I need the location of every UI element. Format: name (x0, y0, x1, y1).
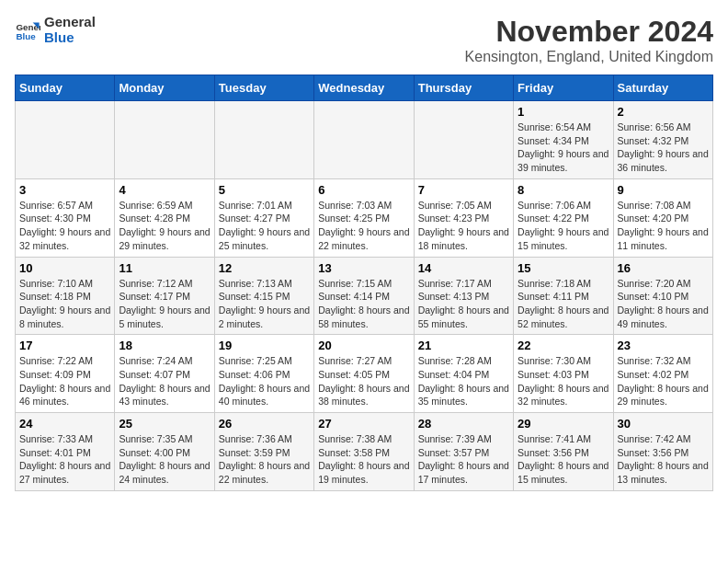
header-cell-friday: Friday (514, 75, 613, 101)
day-info: Sunrise: 7:28 AMSunset: 4:04 PMDaylight:… (418, 354, 509, 408)
calendar-cell: 4Sunrise: 6:59 AMSunset: 4:28 PMDaylight… (115, 178, 214, 257)
calendar-cell: 10Sunrise: 7:10 AMSunset: 4:18 PMDayligh… (16, 257, 115, 335)
header-cell-tuesday: Tuesday (214, 75, 313, 101)
calendar-cell: 17Sunrise: 7:22 AMSunset: 4:09 PMDayligh… (16, 335, 115, 413)
calendar-cell (314, 101, 414, 179)
day-info: Sunrise: 7:15 AMSunset: 4:14 PMDaylight:… (318, 277, 409, 331)
calendar-cell: 11Sunrise: 7:12 AMSunset: 4:17 PMDayligh… (115, 257, 214, 335)
day-number: 28 (418, 417, 509, 431)
day-info: Sunrise: 6:59 AMSunset: 4:28 PMDaylight:… (119, 199, 210, 253)
day-info: Sunrise: 7:36 AMSunset: 3:59 PMDaylight:… (219, 432, 310, 487)
day-info: Sunrise: 7:18 AMSunset: 4:11 PMDaylight:… (518, 277, 609, 331)
header-cell-wednesday: Wednesday (314, 75, 414, 101)
calendar-cell: 22Sunrise: 7:30 AMSunset: 4:03 PMDayligh… (514, 335, 613, 413)
day-info: Sunrise: 7:27 AMSunset: 4:05 PMDaylight:… (318, 354, 409, 408)
day-number: 15 (518, 261, 609, 275)
header-cell-thursday: Thursday (414, 75, 513, 101)
calendar-cell: 18Sunrise: 7:24 AMSunset: 4:07 PMDayligh… (115, 335, 214, 413)
calendar-header-row: SundayMondayTuesdayWednesdayThursdayFrid… (16, 75, 713, 101)
title-area: November 2024 Kensington, England, Unite… (465, 15, 713, 65)
header: General Blue General Blue November 2024 … (15, 15, 713, 65)
calendar-cell: 25Sunrise: 7:35 AMSunset: 4:00 PMDayligh… (115, 413, 214, 491)
day-number: 4 (119, 183, 210, 197)
calendar-cell: 5Sunrise: 7:01 AMSunset: 4:27 PMDaylight… (214, 178, 313, 257)
day-info: Sunrise: 7:32 AMSunset: 4:02 PMDaylight:… (618, 354, 709, 408)
day-number: 30 (618, 417, 709, 431)
day-info: Sunrise: 7:35 AMSunset: 4:00 PMDaylight:… (119, 432, 210, 487)
day-info: Sunrise: 7:42 AMSunset: 3:56 PMDaylight:… (618, 432, 709, 487)
day-number: 17 (19, 339, 110, 352)
calendar-week-2: 3Sunrise: 6:57 AMSunset: 4:30 PMDaylight… (16, 178, 713, 257)
calendar-cell (16, 101, 115, 179)
day-info: Sunrise: 7:38 AMSunset: 3:58 PMDaylight:… (318, 432, 409, 487)
calendar-cell: 3Sunrise: 6:57 AMSunset: 4:30 PMDaylight… (16, 178, 115, 257)
calendar-cell: 13Sunrise: 7:15 AMSunset: 4:14 PMDayligh… (314, 257, 414, 335)
header-cell-saturday: Saturday (613, 75, 712, 101)
day-number: 26 (219, 417, 310, 431)
day-number: 14 (418, 261, 509, 275)
day-info: Sunrise: 7:22 AMSunset: 4:09 PMDaylight:… (19, 354, 110, 408)
calendar-cell: 21Sunrise: 7:28 AMSunset: 4:04 PMDayligh… (414, 335, 513, 413)
calendar-cell: 19Sunrise: 7:25 AMSunset: 4:06 PMDayligh… (214, 335, 313, 413)
day-number: 13 (318, 261, 409, 275)
day-info: Sunrise: 7:10 AMSunset: 4:18 PMDaylight:… (19, 277, 110, 331)
day-info: Sunrise: 7:41 AMSunset: 3:56 PMDaylight:… (518, 432, 609, 487)
day-number: 20 (318, 339, 409, 352)
calendar-cell: 16Sunrise: 7:20 AMSunset: 4:10 PMDayligh… (613, 257, 712, 335)
day-number: 19 (219, 339, 310, 352)
day-number: 10 (19, 261, 110, 275)
calendar-week-4: 17Sunrise: 7:22 AMSunset: 4:09 PMDayligh… (16, 335, 713, 413)
calendar-cell: 29Sunrise: 7:41 AMSunset: 3:56 PMDayligh… (514, 413, 613, 491)
month-title: November 2024 (465, 15, 713, 49)
calendar-cell: 20Sunrise: 7:27 AMSunset: 4:05 PMDayligh… (314, 335, 414, 413)
day-info: Sunrise: 7:24 AMSunset: 4:07 PMDaylight:… (119, 354, 210, 408)
calendar-cell: 28Sunrise: 7:39 AMSunset: 3:57 PMDayligh… (414, 413, 513, 491)
calendar-cell: 7Sunrise: 7:05 AMSunset: 4:23 PMDaylight… (414, 178, 513, 257)
day-number: 12 (219, 261, 310, 275)
calendar-cell (115, 101, 214, 179)
day-number: 5 (219, 183, 310, 197)
day-number: 21 (418, 339, 509, 352)
day-number: 8 (518, 183, 609, 197)
calendar-body: 1Sunrise: 6:54 AMSunset: 4:34 PMDaylight… (16, 101, 713, 491)
day-number: 3 (19, 183, 110, 197)
header-cell-monday: Monday (115, 75, 214, 101)
day-number: 24 (19, 417, 110, 431)
svg-text:Blue: Blue (16, 30, 36, 40)
day-info: Sunrise: 7:25 AMSunset: 4:06 PMDaylight:… (219, 354, 310, 408)
calendar-cell: 23Sunrise: 7:32 AMSunset: 4:02 PMDayligh… (613, 335, 712, 413)
calendar-cell: 9Sunrise: 7:08 AMSunset: 4:20 PMDaylight… (613, 178, 712, 257)
day-info: Sunrise: 7:08 AMSunset: 4:20 PMDaylight:… (618, 199, 709, 253)
day-number: 1 (518, 105, 609, 119)
calendar-cell: 2Sunrise: 6:56 AMSunset: 4:32 PMDaylight… (613, 101, 712, 179)
day-info: Sunrise: 7:20 AMSunset: 4:10 PMDaylight:… (618, 277, 709, 331)
location-title: Kensington, England, United Kingdom (465, 49, 713, 65)
calendar-cell (414, 101, 513, 179)
day-info: Sunrise: 6:56 AMSunset: 4:32 PMDaylight:… (618, 121, 709, 175)
day-info: Sunrise: 7:03 AMSunset: 4:25 PMDaylight:… (318, 199, 409, 253)
calendar-cell: 27Sunrise: 7:38 AMSunset: 3:58 PMDayligh… (314, 413, 414, 491)
day-info: Sunrise: 6:57 AMSunset: 4:30 PMDaylight:… (19, 199, 110, 253)
day-info: Sunrise: 7:06 AMSunset: 4:22 PMDaylight:… (518, 199, 609, 253)
day-number: 23 (618, 339, 709, 352)
logo-icon: General Blue (15, 17, 40, 43)
day-info: Sunrise: 7:33 AMSunset: 4:01 PMDaylight:… (19, 432, 110, 487)
day-info: Sunrise: 7:13 AMSunset: 4:15 PMDaylight:… (219, 277, 310, 331)
day-number: 11 (119, 261, 210, 275)
calendar-cell: 1Sunrise: 6:54 AMSunset: 4:34 PMDaylight… (514, 101, 613, 179)
calendar-cell: 15Sunrise: 7:18 AMSunset: 4:11 PMDayligh… (514, 257, 613, 335)
day-info: Sunrise: 7:17 AMSunset: 4:13 PMDaylight:… (418, 277, 509, 331)
calendar-week-3: 10Sunrise: 7:10 AMSunset: 4:18 PMDayligh… (16, 257, 713, 335)
header-cell-sunday: Sunday (16, 75, 115, 101)
calendar-cell (214, 101, 313, 179)
day-number: 9 (618, 183, 709, 197)
day-number: 18 (119, 339, 210, 352)
day-info: Sunrise: 7:12 AMSunset: 4:17 PMDaylight:… (119, 277, 210, 331)
calendar-cell: 30Sunrise: 7:42 AMSunset: 3:56 PMDayligh… (613, 413, 712, 491)
calendar-cell: 6Sunrise: 7:03 AMSunset: 4:25 PMDaylight… (314, 178, 414, 257)
day-number: 7 (418, 183, 509, 197)
day-info: Sunrise: 6:54 AMSunset: 4:34 PMDaylight:… (518, 121, 609, 175)
logo: General Blue General Blue (15, 15, 96, 45)
day-info: Sunrise: 7:30 AMSunset: 4:03 PMDaylight:… (518, 354, 609, 408)
day-number: 27 (318, 417, 409, 431)
